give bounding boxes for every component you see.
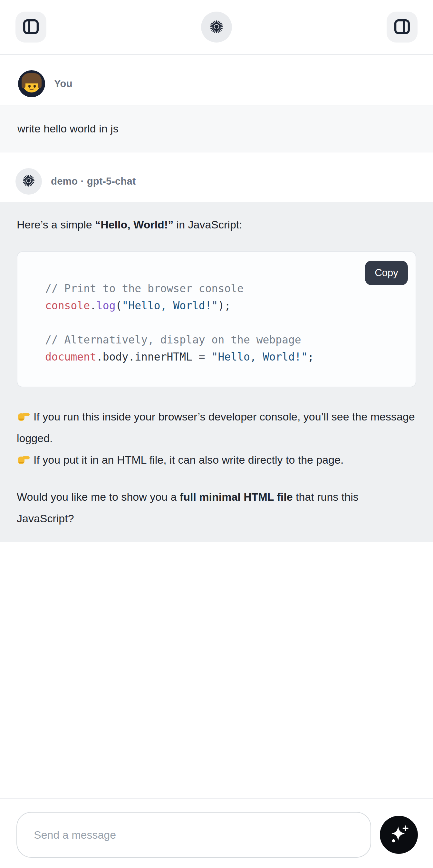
assistant-intro-text: Here’s a simple “Hello, World!” in JavaS… <box>17 214 416 236</box>
note-text: If you run this inside your browser’s de… <box>17 410 415 444</box>
point-right-emoji <box>17 408 30 421</box>
intro-bold-text: “Hello, World!” <box>95 218 173 231</box>
sparkles-icon <box>388 824 409 846</box>
chat-app: You write hello world in js <box>0 0 433 868</box>
copy-button[interactable]: Copy <box>365 261 408 285</box>
note-line: If you put it in an HTML file, it can al… <box>17 449 416 471</box>
code-line-blank <box>45 314 403 331</box>
code-line: document.body.innerHTML = "Hello, World!… <box>45 348 403 365</box>
assistant-question-text: Would you like me to show you a full min… <box>17 486 416 529</box>
code-content: // Print to the browser console console.… <box>45 280 403 365</box>
topbar <box>0 0 433 55</box>
note-line: If you run this inside your browser’s de… <box>17 406 416 449</box>
point-right-emoji <box>17 452 30 464</box>
user-avatar <box>18 70 45 97</box>
assistant-message-bubble: Here’s a simple “Hello, World!” in JavaS… <box>0 202 433 542</box>
assistant-avatar <box>16 168 42 195</box>
assistant-notes: If you run this inside your browser’s de… <box>17 406 416 471</box>
user-message-text: write hello world in js <box>18 122 119 135</box>
assistant-message-header: demo · gpt-5-chat <box>16 168 433 195</box>
user-sender-name: You <box>54 78 72 90</box>
code-block: Copy // Print to the browser console con… <box>17 251 416 387</box>
code-line: // Alternatively, display on the webpage <box>45 331 403 348</box>
code-line: // Print to the browser console <box>45 280 403 297</box>
logo-button[interactable] <box>201 11 232 42</box>
message-input[interactable] <box>17 812 371 858</box>
model-name: demo · gpt-5-chat <box>51 176 136 187</box>
sidebar-toggle-button[interactable] <box>16 11 47 42</box>
user-message-header: You <box>18 70 433 97</box>
user-message-bubble: write hello world in js <box>0 105 433 152</box>
panel-right-icon <box>394 19 410 36</box>
send-button[interactable] <box>380 816 418 854</box>
starburst-logo-icon <box>209 19 224 35</box>
starburst-avatar-icon <box>22 174 35 189</box>
note-text: If you put it in an HTML file, it can al… <box>33 454 344 466</box>
panel-toggle-button[interactable] <box>386 11 417 42</box>
composer <box>0 798 433 868</box>
code-line: console.log("Hello, World!"); <box>45 297 403 314</box>
question-bold-text: full minimal HTML file <box>180 491 293 503</box>
panel-left-icon <box>23 19 39 36</box>
